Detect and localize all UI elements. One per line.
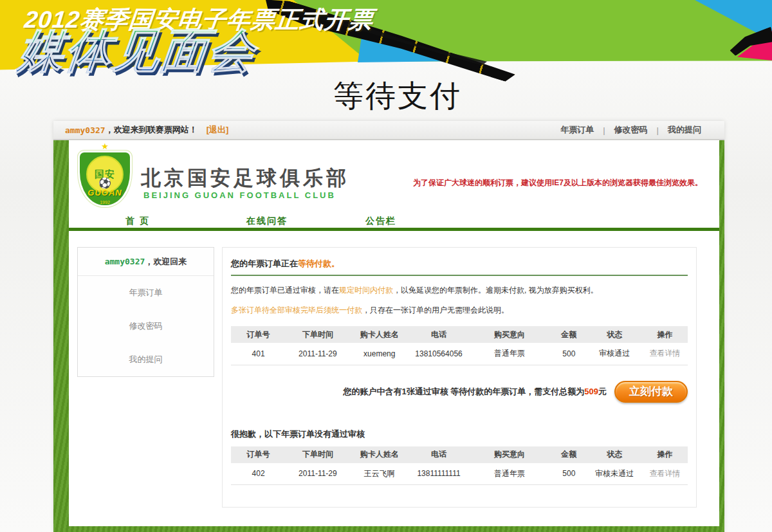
topbar-link-season-orders[interactable]: 年票订单	[560, 124, 594, 136]
cell-order-id: 401	[231, 343, 286, 365]
col-intent: 购买意向	[468, 326, 551, 343]
panel-title: 您的年票订单正在等待付款。	[231, 258, 688, 276]
col-order-id: 订单号	[231, 326, 286, 343]
club-name-cn: 北京国安足球俱乐部	[141, 165, 349, 192]
topbar-link-my-questions[interactable]: 我的提问	[668, 124, 701, 136]
col-amount: 金额	[551, 326, 587, 343]
website-screenshot: ammy0327 ，欢迎来到联赛票网站！ [退出] 年票订单 | 修改密码 | …	[53, 121, 724, 532]
panel-title-prefix: 您的年票订单正在	[231, 259, 298, 268]
topbar-divider: |	[603, 125, 605, 135]
col-amount: 金额	[551, 446, 587, 463]
payment-post: 元	[598, 387, 607, 396]
topbar-welcome-text: ，欢迎来到联赛票网站！	[106, 124, 198, 136]
site-body: ★ 国安 ⚽ GUOAN 1992 北京国安足球俱乐部 BEIJING GUOA…	[53, 140, 724, 532]
para1-post: ，以免延误您的年票制作。逾期未付款, 视为放弃购买权利。	[393, 286, 598, 295]
sidebar-username: ammy0327	[105, 257, 145, 266]
col-phone: 电话	[409, 326, 468, 343]
topbar-link-change-password[interactable]: 修改密码	[614, 124, 648, 136]
col-order-id: 订单号	[231, 446, 286, 463]
cell-amount: 500	[551, 343, 587, 365]
cell-intent: 普通年票	[468, 343, 551, 365]
sidebar-welcome-suffix: ，欢迎回来	[145, 257, 187, 266]
payment-pre: 您的账户中含有1张通过审核 等待付款的年票订单，需支付总额为	[343, 387, 584, 396]
rejected-section-title: 很抱歉，以下年票订单没有通过审核	[231, 428, 688, 440]
main-panel: 您的年票订单正在等待付款。 您的年票订单已通过审核，请在规定时间内付款，以免延误…	[222, 247, 697, 508]
topbar-links: 年票订单 | 修改密码 | 我的提问	[560, 124, 701, 136]
col-buyer-name: 购卡人姓名	[350, 326, 409, 343]
cell-status: 审核未通过	[587, 463, 642, 485]
nav-item-bulletin[interactable]: 公告栏	[365, 216, 396, 227]
nav-item-home[interactable]: 首 页	[125, 216, 150, 227]
star-icon: ★	[75, 143, 134, 151]
club-logo: ★ 国安 ⚽ GUOAN 1992	[75, 143, 134, 211]
cell-order-time: 2011-11-29	[286, 463, 349, 485]
col-order-time: 下单时间	[286, 446, 349, 463]
cell-order-id: 402	[231, 463, 286, 485]
para2-emphasis: 多张订单待全部审核完毕后须统一付款	[231, 306, 362, 315]
para1-pre: 您的年票订单已通过审核，请在	[231, 286, 339, 295]
cell-amount: 500	[551, 463, 587, 485]
col-action: 操作	[642, 446, 688, 463]
cell-intent: 普通年票	[468, 463, 551, 485]
logo-year: 1992	[80, 200, 130, 205]
rejected-orders-table: 订单号 下单时间 购卡人姓名 电话 购买意向 金额 状态 操作	[231, 446, 688, 486]
site-page: ★ 国安 ⚽ GUOAN 1992 北京国安足球俱乐部 BEIJING GUOA…	[69, 140, 719, 526]
club-shield-icon: 国安 ⚽ GUOAN 1992	[78, 151, 132, 207]
sidebar: ammy0327，欢迎回来 年票订单 修改密码 我的提问	[77, 247, 214, 377]
col-buyer-name: 购卡人姓名	[350, 446, 409, 463]
logo-banner-text: GUOAN	[80, 188, 130, 197]
cell-phone: 13811111111	[409, 463, 468, 485]
sidebar-welcome: ammy0327，欢迎回来	[78, 248, 214, 276]
nav-item-online-qa[interactable]: 在线问答	[246, 216, 288, 227]
cell-phone: 13810564056	[409, 343, 468, 365]
logout-link[interactable]: [退出]	[207, 124, 229, 136]
table-row: 401 2011-11-29 xuemeng 13810564056 普通年票 …	[231, 343, 688, 365]
sidebar-item-my-questions[interactable]: 我的提问	[78, 343, 214, 376]
site-header: ★ 国安 ⚽ GUOAN 1992 北京国安足球俱乐部 BEIJING GUOA…	[69, 140, 719, 212]
football-icon: ⚽	[98, 178, 111, 188]
panel-title-highlight: 等待付款。	[298, 259, 340, 268]
cell-order-time: 2011-11-29	[286, 343, 349, 365]
table-header-row: 订单号 下单时间 购卡人姓名 电话 购买意向 金额 状态 操作	[231, 326, 688, 343]
view-details-link[interactable]: 查看详情	[642, 343, 688, 365]
cell-buyer-name: xuemeng	[350, 343, 409, 365]
notice-paragraph-1: 您的年票订单已通过审核，请在规定时间内付款，以免延误您的年票制作。逾期未付款, …	[231, 285, 688, 296]
payment-summary-text: 您的账户中含有1张通过审核 等待付款的年票订单，需支付总额为509元	[343, 386, 607, 398]
sidebar-item-change-password[interactable]: 修改密码	[78, 309, 214, 343]
cell-status: 审核通过	[587, 343, 642, 365]
col-order-time: 下单时间	[286, 326, 349, 343]
table-header-row: 订单号 下单时间 购卡人姓名 电话 购买意向 金额 状态 操作	[231, 446, 688, 463]
main-nav: 首 页 在线问答 公告栏	[69, 212, 719, 231]
col-action: 操作	[642, 326, 688, 343]
browser-notice: 为了保证广大球迷的顺利订票，建议使用IE7及以上版本的浏览器获得最佳浏览效果。	[413, 178, 703, 188]
payment-amount: 509	[584, 387, 598, 396]
col-intent: 购买意向	[468, 446, 551, 463]
approved-orders-table: 订单号 下单时间 购卡人姓名 电话 购买意向 金额 状态 操作	[231, 326, 688, 365]
table-row: 402 2011-11-29 王云飞啊 13811111111 普通年票 500…	[231, 463, 688, 485]
club-name-en: BEIJING GUOAN FOOTBALL CLUB	[143, 190, 336, 200]
topbar-divider: |	[657, 125, 659, 135]
content-area: ammy0327，欢迎回来 年票订单 修改密码 我的提问 您的年票订单正在等待付…	[69, 231, 719, 523]
site-topbar: ammy0327 ，欢迎来到联赛票网站！ [退出] 年票订单 | 修改密码 | …	[53, 121, 724, 140]
sidebar-item-season-orders[interactable]: 年票订单	[78, 276, 214, 309]
col-phone: 电话	[409, 446, 468, 463]
cell-buyer-name: 王云飞啊	[350, 463, 409, 485]
slide-title: 等待支付	[333, 76, 462, 116]
view-details-link[interactable]: 查看详情	[642, 463, 688, 485]
para2-post: ，只存在一张订单的用户无需理会此说明。	[362, 306, 509, 315]
col-status: 状态	[587, 326, 642, 343]
col-status: 状态	[587, 446, 642, 463]
pay-now-button[interactable]: 立刻付款	[614, 381, 688, 403]
topbar-username: ammy0327	[65, 125, 106, 135]
notice-paragraph-2: 多张订单待全部审核完毕后须统一付款，只存在一张订单的用户无需理会此说明。	[231, 305, 688, 316]
promo-banner: 2012赛季国安电子年票正式开票 媒体见面会	[0, 0, 772, 76]
para1-emphasis: 规定时间内付款	[339, 286, 393, 295]
payment-summary-row: 您的账户中含有1张通过审核 等待付款的年票订单，需支付总额为509元 立刻付款	[231, 381, 688, 403]
banner-subheadline: 媒体见面会	[15, 27, 259, 73]
